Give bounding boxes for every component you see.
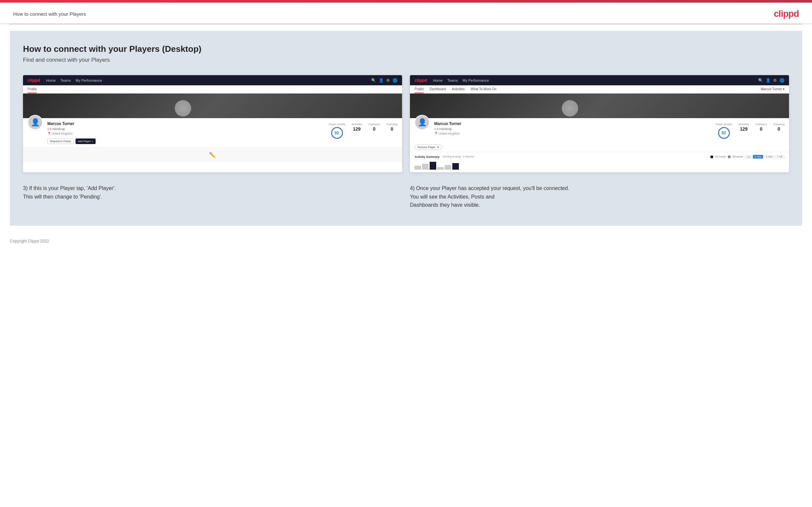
screenshot-2: clippd Home Teams My Performance 🔍 👤 ⚙ 🌐… — [410, 75, 789, 172]
page-header: How to connect with your Players clippd — [0, 3, 812, 24]
stat-followers-2: Followers 0 — [756, 123, 767, 139]
app-nav-links-1: Home Teams My Performance — [46, 78, 365, 82]
chart-bar-3 — [429, 162, 436, 170]
nav-teams-2[interactable]: Teams — [447, 78, 458, 82]
quality-section-2: Player Quality 92 — [716, 123, 732, 139]
profile-section-2: 👤 Marcus Turner 1-5 Handicap 📍 United Ki… — [410, 118, 789, 142]
profile-section-1: 👤 Marcus Turner 1-5 Handicap 📍 United Ki… — [23, 118, 402, 147]
app-tabs-1: Profile — [23, 85, 402, 94]
stat-activities-1: Activities 129 — [351, 123, 362, 139]
app-nav-icons-1: 🔍 👤 ⚙ 🌐 — [371, 78, 398, 83]
app-nav-icons-2: 🔍 👤 ⚙ 🌐 — [758, 78, 784, 83]
stats-section-2: Player Quality 92 Activities 129 Followe… — [716, 121, 784, 139]
location-icon-1: 📍 — [47, 132, 51, 135]
tab-profile-2[interactable]: Profile — [414, 87, 424, 93]
profile-banner-2 — [410, 94, 789, 118]
activity-title: Activity Summary — [414, 155, 440, 159]
profile-name-2: Marcus Turner — [434, 121, 461, 126]
settings-icon-1[interactable]: ⚙ — [386, 78, 390, 83]
stat-activities-2: Activities 129 — [739, 123, 749, 139]
main-title: How to connect with your Players (Deskto… — [23, 44, 789, 54]
quality-section-1: Player Quality 92 — [329, 123, 345, 139]
settings-icon-2[interactable]: ⚙ — [773, 78, 777, 83]
time-btn-3mths[interactable]: 3 mths — [764, 155, 774, 159]
app-navbar-1: clippd Home Teams My Performance 🔍 👤 ⚙ 🌐 — [23, 75, 402, 85]
screenshots-row: clippd Home Teams My Performance 🔍 👤 ⚙ 🌐… — [23, 75, 789, 172]
activity-subtitle: Monthly Activity · 6 Months — [443, 155, 474, 158]
chart-bar-6 — [452, 163, 459, 170]
globe-icon-1[interactable]: 🌐 — [393, 78, 398, 83]
search-icon-2[interactable]: 🔍 — [758, 78, 763, 83]
avatar-icon-2: 👤 — [418, 118, 427, 127]
descriptions-row: 3) If this is your Player tap, 'Add Play… — [23, 184, 789, 209]
chart-bar-4 — [437, 167, 444, 170]
avatar-1: 👤 — [28, 115, 43, 130]
follow-button-1[interactable]: Request to Follow — [47, 138, 73, 144]
stat-following-1: Following 0 — [386, 123, 398, 139]
screenshot-1: clippd Home Teams My Performance 🔍 👤 ⚙ 🌐… — [23, 75, 402, 172]
quality-circle-1: 92 — [331, 127, 343, 139]
screenshot-bottom-1: ✏️ — [23, 147, 402, 162]
app-nav-links-2: Home Teams My Performance — [433, 78, 752, 82]
time-btn-1mth[interactable]: 1 mth — [775, 155, 784, 159]
legend-on-course — [711, 156, 713, 158]
profile-location-2: 📍 United Kingdom — [434, 132, 461, 135]
tab-what-to-work-on-2[interactable]: What To Work On — [471, 87, 497, 93]
app-logo-2: clippd — [414, 78, 427, 83]
nav-teams-1[interactable]: Teams — [60, 78, 71, 82]
stat-following-2: Following 0 — [773, 123, 784, 139]
description-text-1: 3) If this is your Player tap, 'Add Play… — [23, 184, 402, 201]
brand-logo: clippd — [774, 8, 799, 19]
time-btn-1yr[interactable]: 1 yr — [745, 155, 752, 159]
copyright: Copyright Clippd 2022 — [10, 239, 49, 243]
chart-bar-5 — [445, 165, 451, 170]
avatar-icon-1: 👤 — [31, 118, 40, 127]
profile-handicap-2: 1-5 Handicap — [434, 127, 461, 130]
main-subtitle: Find and connect with your Players — [23, 57, 789, 63]
time-btn-6mths[interactable]: 6 mths — [753, 155, 763, 159]
description-text-2: 4) Once your Player has accepted your re… — [410, 184, 789, 209]
search-icon-1[interactable]: 🔍 — [371, 78, 376, 83]
stat-followers-1: Followers 0 — [368, 123, 380, 139]
profile-left-2: Marcus Turner 1-5 Handicap 📍 United King… — [434, 121, 461, 135]
legend-off-course — [728, 156, 730, 158]
nav-my-performance-2[interactable]: My Performance — [462, 78, 489, 82]
quality-label-1: Player Quality — [329, 123, 345, 126]
remove-row: Remove Player ✕ — [410, 142, 789, 152]
user-icon-1[interactable]: 👤 — [379, 78, 384, 83]
edit-icon-1: ✏️ — [209, 152, 216, 158]
time-buttons: 1 yr 6 mths 3 mths 1 mth — [745, 155, 784, 159]
nav-home-2[interactable]: Home — [433, 78, 443, 82]
legend-on-course-label: On course — [715, 156, 726, 158]
globe-icon-2[interactable]: 🌐 — [779, 78, 784, 83]
profile-location-1: 📍 United Kingdom — [47, 132, 96, 135]
top-bar — [0, 0, 812, 3]
chart-bar-2 — [422, 164, 429, 170]
add-player-button-1[interactable]: Add Player + — [75, 138, 96, 144]
activity-chart — [414, 161, 784, 170]
chart-bar-1 — [414, 166, 421, 170]
profile-left-1: Marcus Turner 1-5 Handicap 📍 United King… — [47, 121, 96, 144]
page-header-title: How to connect with your Players — [13, 11, 86, 17]
main-content: How to connect with your Players (Deskto… — [10, 31, 802, 226]
quality-label-2: Player Quality — [716, 123, 732, 126]
tab-user-selector-2[interactable]: Marcus Turner ▾ — [761, 87, 784, 93]
nav-my-performance-1[interactable]: My Performance — [75, 78, 102, 82]
remove-player-button[interactable]: Remove Player ✕ — [414, 145, 442, 150]
description-block-1: 3) If this is your Player tap, 'Add Play… — [23, 184, 402, 209]
activity-controls: On course Off course 1 yr 6 mths 3 mths … — [711, 155, 784, 159]
app-logo-1: clippd — [28, 78, 40, 83]
user-icon-2[interactable]: 👤 — [766, 78, 771, 83]
avatar-2: 👤 — [414, 115, 429, 130]
tab-activities-2[interactable]: Activities — [452, 87, 464, 93]
nav-home-1[interactable]: Home — [46, 78, 55, 82]
close-icon: ✕ — [437, 146, 439, 149]
description-block-2: 4) Once your Player has accepted your re… — [410, 184, 789, 209]
tab-dashboard-2[interactable]: Dashboard — [429, 87, 446, 93]
profile-actions-1: Request to Follow Add Player + — [47, 138, 96, 144]
profile-handicap-1: 1-5 Handicap — [47, 127, 96, 130]
tab-profile-1[interactable]: Profile — [28, 87, 37, 93]
app-navbar-2: clippd Home Teams My Performance 🔍 👤 ⚙ 🌐 — [410, 75, 789, 85]
activity-legend: On course Off course — [711, 156, 743, 158]
app-tabs-2: Profile Dashboard Activities What To Wor… — [410, 85, 789, 94]
